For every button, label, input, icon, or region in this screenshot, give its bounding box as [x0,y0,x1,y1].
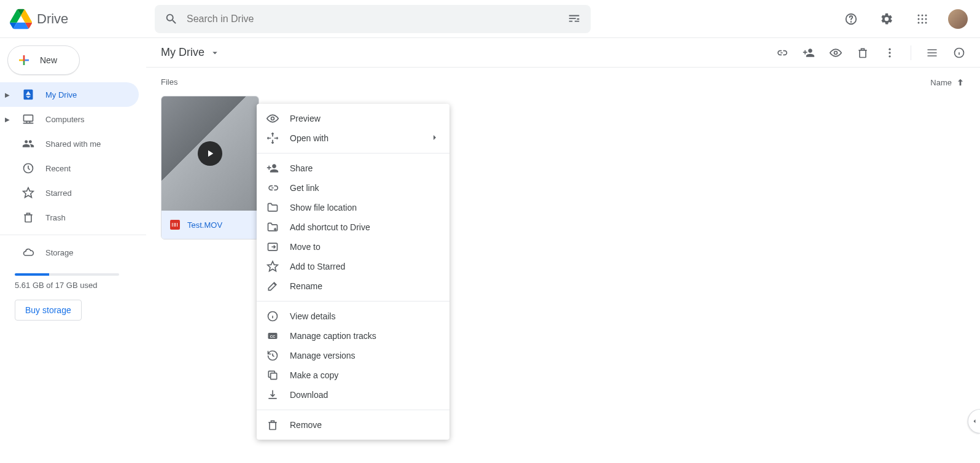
menu-item-share[interactable]: Share [257,158,449,178]
trash-icon [22,211,34,224]
svg-point-14 [889,48,890,50]
eye-icon [266,112,279,125]
file-tile[interactable]: Test.MOV [161,96,259,239]
menu-item-label: Remove [290,420,322,430]
file-name: Test.MOV [187,220,222,230]
apps-button[interactable] [910,7,935,31]
menu-item-label: Move to [290,242,321,252]
svg-point-1 [851,21,852,22]
svg-point-9 [922,21,924,23]
sidebar-item-shared-with-me[interactable]: Shared with me [0,131,139,156]
menu-item-add-shortcut-to-drive[interactable]: Add shortcut to Drive [257,217,449,237]
account-button[interactable] [946,7,970,31]
files-label: Files [161,77,177,87]
sidebar-item-storage[interactable]: Storage [0,240,139,265]
topbar: My Drive [146,38,980,68]
menu-item-remove[interactable]: Remove [257,415,449,435]
search-options-icon[interactable] [567,12,581,26]
trash-icon [857,47,869,59]
menu-item-move-to[interactable]: Move to [257,237,449,257]
sidebar: New ▶ My Drive ▶ Computers Shared with m… [0,38,146,463]
menu-item-label: Get link [290,183,319,193]
chevron-right-icon [430,133,440,144]
menu-item-label: Open with [290,133,329,143]
sort-by-name[interactable]: Name [930,77,965,87]
view-details-button[interactable] [953,47,965,59]
sidebar-item-label: Trash [45,213,66,222]
chevron-right-icon: ▶ [5,91,11,98]
drive-logo[interactable]: Drive [10,8,155,30]
star-icon [266,260,279,273]
new-button[interactable]: New [7,45,80,75]
person-add-icon [266,162,279,174]
menu-item-preview[interactable]: Preview [257,109,449,128]
menu-item-label: Download [290,390,328,400]
share-button[interactable] [803,47,815,59]
sidebar-item-starred[interactable]: Starred [0,181,139,205]
svg-point-2 [918,14,920,16]
sidebar-item-label: Computers [45,115,85,124]
plus-icon [17,53,31,68]
header-icons [839,7,970,31]
arrow-up-icon [955,77,965,87]
help-icon [844,12,858,26]
search-input[interactable] [187,14,559,25]
storage-bar [15,273,119,276]
file-thumbnail [161,96,259,211]
menu-item-label: Manage versions [290,351,356,360]
svg-text:CC: CC [270,335,276,338]
sidebar-item-my-drive[interactable]: ▶ My Drive [0,82,139,107]
more-vert-icon [884,47,896,59]
buy-storage-button[interactable]: Buy storage [15,300,82,321]
support-button[interactable] [839,7,863,31]
trash-icon [266,419,279,431]
svg-point-7 [925,18,927,20]
remove-button[interactable] [857,47,869,59]
sidebar-item-computers[interactable]: ▶ Computers [0,107,139,131]
open-with-icon [266,132,279,144]
menu-item-label: Make a copy [290,370,338,380]
apps-icon [917,14,928,25]
menu-item-view-details[interactable]: View details [257,306,449,326]
svg-rect-11 [24,115,33,121]
sidebar-item-label: Starred [45,189,72,198]
preview-button[interactable] [830,47,842,59]
cc-icon: CC [266,330,279,342]
menu-item-manage-caption-tracks[interactable]: CCManage caption tracks [257,326,449,346]
get-link-button[interactable] [776,47,788,59]
link-icon [266,182,279,194]
menu-item-make-a-copy[interactable]: Make a copy [257,365,449,385]
breadcrumb[interactable]: My Drive [161,46,220,59]
breadcrumb-label: My Drive [161,46,204,59]
menu-separator [257,301,449,302]
menu-item-label: Show file location [290,203,357,212]
video-file-icon [170,220,180,230]
gear-icon [880,12,893,26]
svg-point-3 [922,14,924,16]
search-bar[interactable] [155,5,591,33]
search-icon [165,12,178,26]
menu-item-rename[interactable]: Rename [257,276,449,296]
product-name: Drive [37,11,68,27]
sidebar-item-trash[interactable]: Trash [0,205,139,230]
menu-item-open-with[interactable]: Open with [257,128,449,148]
menu-item-manage-versions[interactable]: Manage versions [257,346,449,365]
menu-item-add-to-starred[interactable]: Add to Starred [257,257,449,276]
more-actions-button[interactable] [884,47,896,59]
menu-item-download[interactable]: Download [257,385,449,405]
svg-point-16 [889,55,890,57]
play-icon [204,148,216,159]
app-header: Drive [0,0,980,38]
storage-bar-fill [15,273,49,276]
settings-button[interactable] [874,7,899,31]
svg-point-6 [922,18,924,20]
download-icon [266,389,279,401]
name-column-label: Name [930,78,952,87]
list-view-button[interactable] [926,47,938,59]
sidebar-item-recent[interactable]: Recent [0,156,139,181]
svg-point-15 [889,52,890,53]
cloud-icon [22,246,34,259]
menu-item-show-file-location[interactable]: Show file location [257,198,449,217]
menu-item-get-link[interactable]: Get link [257,178,449,198]
menu-item-label: Preview [290,114,321,123]
